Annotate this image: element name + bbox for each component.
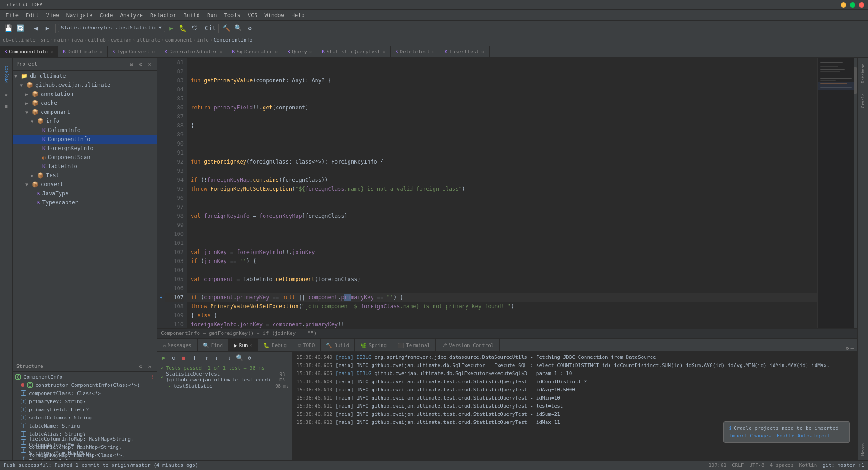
tab-close-typeconvert[interactable]: ✕ (151, 49, 155, 55)
menu-build[interactable]: Build (180, 11, 203, 19)
tab-close-query[interactable]: ✕ (309, 49, 312, 55)
tree-item-cache[interactable]: ▶ 📦 cache (13, 99, 157, 108)
tree-item-project-root[interactable]: ▼ 📁 db-ultimate (13, 71, 157, 80)
coverage-button[interactable]: 🛡 (189, 23, 200, 33)
language-indicator[interactable]: Kotlin (799, 462, 817, 468)
bottom-tab-debug[interactable]: 🐛 Debug (258, 339, 292, 351)
run-open-button[interactable]: 🔍 (235, 353, 244, 362)
git-push-status[interactable]: Push successful: Pushed 1 commit to orig… (4, 462, 198, 468)
back-button[interactable]: ◀ (30, 23, 41, 33)
menu-run[interactable]: Run (203, 11, 221, 19)
menu-refactor[interactable]: Refactor (146, 11, 180, 19)
forward-button[interactable]: ▶ (42, 23, 53, 33)
breadcrumb-root[interactable]: db-ultimate (3, 37, 36, 43)
git-branch-indicator[interactable]: git: master ↑1 (822, 462, 864, 468)
tree-item-typeadapter[interactable]: ▶ K TypeAdapter (13, 198, 157, 207)
tree-item-componentscan[interactable]: ▶ @ ComponentScan (13, 153, 157, 162)
tab-query[interactable]: K Query ✕ (283, 46, 317, 57)
right-sidebar-database-button[interactable]: Database (859, 60, 867, 87)
structure-hide-button[interactable]: ✕ (146, 363, 153, 370)
tab-close-statisticquerytest[interactable]: ✕ (382, 49, 386, 55)
structure-settings-button[interactable]: ⚙ (137, 363, 144, 370)
tab-close-generatoradapter[interactable]: ✕ (219, 49, 222, 55)
gradle-enable-autoimport-link[interactable]: Enable Auto-Import (777, 433, 830, 439)
bottom-tab-todo[interactable]: ☑ TODO (292, 339, 321, 351)
struct-item-primaryfield[interactable]: f primaryField: Field? (13, 405, 157, 414)
menu-tools[interactable]: Tools (221, 11, 244, 19)
tab-close-sqlgenerator[interactable]: ✕ (274, 49, 278, 55)
right-sidebar-maven-button[interactable]: Maven (859, 440, 867, 458)
run-next-fail-button[interactable]: ↓ (212, 353, 221, 362)
run-settings-icon[interactable]: ⚙ (846, 345, 849, 351)
indent-indicator[interactable]: 4 spaces (770, 462, 794, 468)
run-stop-button[interactable]: ■ (179, 353, 188, 362)
struct-item-componentinfo-class[interactable]: C ComponentInfo ! (13, 373, 157, 381)
tree-item-annotation[interactable]: ▶ 📦 annotation (13, 89, 157, 99)
tree-item-test[interactable]: ▶ 📦 Test (13, 171, 157, 180)
bottom-tab-run[interactable]: ▶ Run ✕ (229, 339, 258, 351)
structure-vert-button[interactable]: ≡ (1, 101, 11, 111)
tab-sqlgenerator[interactable]: K SqlGenerator ✕ (227, 46, 283, 57)
run-tree-settings-button[interactable]: ⚙ (245, 353, 254, 362)
tree-item-github-cweijan[interactable]: ▼ 📦 github.cweijan.ultimate (13, 80, 157, 89)
tab-close-componentinfo[interactable]: ✕ (50, 49, 53, 55)
struct-item-selectcolumns[interactable]: f selectColumns: String (13, 414, 157, 422)
struct-item-constructor[interactable]: C constructor ComponentInfo(Class<*>) (13, 381, 157, 389)
line-col-indicator[interactable]: 107:61 (708, 462, 726, 468)
tree-item-tableinfo[interactable]: ▶ K TableInfo (13, 162, 157, 171)
menu-file[interactable]: File (2, 11, 22, 19)
tab-inserttest[interactable]: K InsertTest ✕ (440, 46, 490, 57)
bottom-tab-terminal[interactable]: ⬛ Terminal (392, 339, 436, 351)
menu-analyze[interactable]: Analyze (116, 11, 146, 19)
gradle-import-changes-link[interactable]: Import Changes (729, 433, 771, 439)
menu-edit[interactable]: Edit (22, 11, 42, 19)
window-controls[interactable] (841, 2, 864, 8)
bottom-tab-messages[interactable]: ✉ Messages (157, 339, 198, 351)
tab-close-dbultimate[interactable]: ✕ (99, 49, 103, 55)
tab-typeconvert[interactable]: K TypeConvert ✕ (108, 46, 160, 57)
menu-vcs[interactable]: VCS (244, 11, 261, 19)
favorites-button[interactable]: ★ (1, 89, 11, 99)
run-button[interactable]: ▶ (166, 23, 177, 33)
tab-statisticquerytest[interactable]: K StatisticQueryTest ✕ (317, 46, 391, 57)
debug-button[interactable]: 🐛 (178, 23, 189, 33)
run-tab-close-icon[interactable]: ✕ (250, 343, 252, 348)
struct-item-primarykey[interactable]: f primaryKey: String? (13, 397, 157, 405)
settings-project-button[interactable]: ⚙ (137, 61, 144, 68)
run-test-item[interactable]: ✓ testStatistic 98 ms (157, 381, 292, 390)
collapse-all-button[interactable]: ⊟ (128, 61, 135, 68)
maximize-button[interactable] (850, 2, 855, 8)
run-prev-fail-button[interactable]: ↑ (202, 353, 211, 362)
save-all-button[interactable]: 💾 (3, 23, 14, 33)
menu-help[interactable]: Help (288, 11, 308, 19)
run-export-button[interactable]: ⇪ (225, 353, 234, 362)
close-button[interactable] (859, 2, 864, 8)
tree-item-columninfo[interactable]: ▶ K ColumnInfo (13, 126, 157, 135)
bottom-tab-spring[interactable]: 🌿 Spring (355, 339, 392, 351)
tree-item-component[interactable]: ▼ 📦 component (13, 108, 157, 117)
run-rerun-button[interactable]: ↺ (169, 353, 178, 362)
bottom-tab-vcs[interactable]: ⎇ Version Control (436, 339, 500, 351)
minimize-button[interactable] (841, 2, 846, 8)
scrollbar-thumb[interactable] (854, 67, 857, 94)
run-config-selector[interactable]: StatisticQueryTest.testStatistic ▼ (58, 24, 165, 32)
struct-item-componentclass[interactable]: f componentClass: Class<*> (13, 389, 157, 397)
tab-generatoradapter[interactable]: K GeneratorAdapter ✕ (160, 46, 227, 57)
menu-view[interactable]: View (42, 11, 63, 19)
project-panel-button[interactable]: Project (3, 61, 10, 88)
tab-deletetest[interactable]: K DeleteTest ✕ (391, 46, 440, 57)
menu-navigate[interactable]: Navigate (63, 11, 96, 19)
run-console[interactable]: 15:38:46.540 [main] DEBUG org.springfram… (293, 352, 857, 460)
bottom-tab-build[interactable]: 🔨 Build (321, 339, 355, 351)
tree-item-componentinfo[interactable]: ▶ K ComponentInfo (13, 135, 157, 144)
charset-indicator[interactable]: UTF-8 (749, 462, 764, 468)
settings-button[interactable]: ⚙ (245, 23, 255, 33)
menu-window[interactable]: Window (261, 11, 288, 19)
vertical-scrollbar[interactable] (854, 58, 857, 328)
run-pause-button[interactable]: ⏸ (189, 353, 198, 362)
run-suite-item[interactable]: ✓ StatisticQueryTest (github.cweijan.ult… (157, 372, 292, 381)
tab-close-deletetest[interactable]: ✕ (432, 49, 435, 55)
tree-item-foreignkeyinfo[interactable]: ▶ K ForeignKeyInfo (13, 144, 157, 153)
run-hide-button[interactable]: — (850, 345, 854, 351)
sync-button[interactable]: 🔄 (14, 23, 25, 33)
